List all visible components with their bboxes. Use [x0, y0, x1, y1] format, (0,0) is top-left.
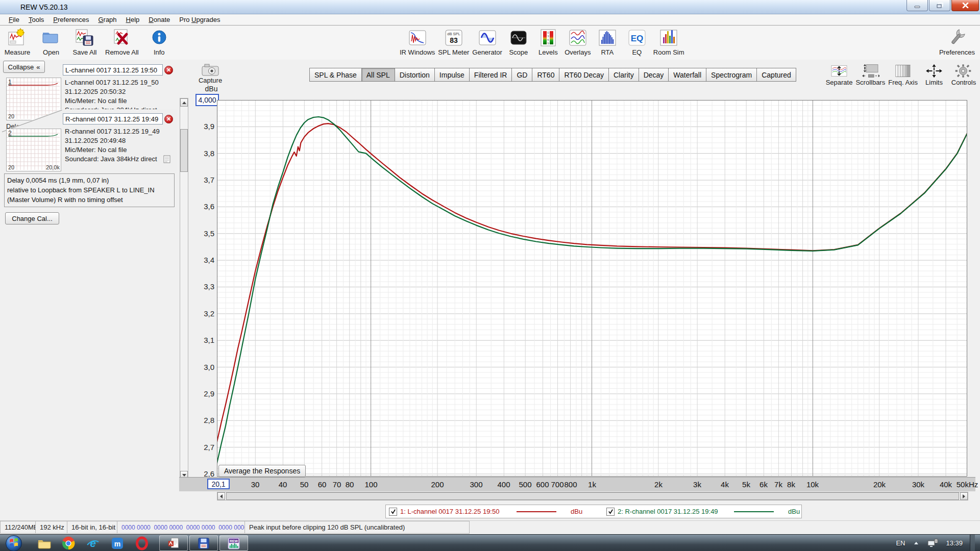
graph-buttons: SeparateScrollbarsFreq. AxisLimitsContro… [826, 63, 977, 86]
network-icon[interactable] [927, 539, 939, 548]
tab-decay[interactable]: Decay [639, 68, 669, 82]
chrome-icon[interactable] [61, 536, 76, 550]
freq-axis-button[interactable]: Freq. Axis [888, 63, 918, 86]
legend-checkbox[interactable] [606, 508, 615, 516]
tab-waterfall[interactable]: Waterfall [669, 68, 706, 82]
menu-item-file[interactable]: File [4, 15, 24, 24]
close-button[interactable] [951, 0, 979, 11]
toolbar-label: Info [154, 48, 165, 56]
menu-item-preferences[interactable]: Preferences [48, 15, 93, 24]
language-indicator[interactable]: EN [896, 539, 905, 547]
spl-chart-plot-area[interactable] [217, 100, 967, 477]
generator-button[interactable]: Generator [472, 27, 502, 56]
tab-rt60[interactable]: RT60 [532, 68, 559, 82]
tab-spl-phase[interactable]: SPL & Phase [309, 68, 362, 82]
room-sim-button[interactable]: Room Sim [653, 27, 684, 56]
rew-app-icon[interactable]: REW [219, 535, 248, 551]
overlays-button[interactable]: Overlays [565, 27, 591, 56]
status-cell-4: 0000 0000 0000 0000 0000 0000 0000 0000 [117, 521, 245, 534]
menu-item-donate[interactable]: Donate [144, 15, 175, 24]
minimize-button[interactable] [906, 0, 928, 11]
y-tick-label: 3,4 [194, 256, 214, 264]
scrollbar-thumb[interactable] [180, 129, 188, 172]
remove-all-button[interactable]: Remove All [105, 27, 139, 56]
eq-button[interactable]: EQEQ [624, 27, 650, 56]
tab-distortion[interactable]: Distortion [395, 68, 435, 82]
y-axis-top-limit-field[interactable]: 4,000 [195, 94, 219, 106]
clock[interactable]: 13:39 [946, 539, 963, 547]
save-all-button[interactable]: Save All [71, 27, 98, 56]
graph-button-label: Freq. Axis [888, 79, 918, 86]
average-responses-button[interactable]: Average the Responses [218, 465, 306, 477]
measurement-1-index[interactable]: 1 [8, 79, 12, 86]
start-button[interactable] [5, 535, 22, 551]
tab-captured[interactable]: Captured [757, 68, 796, 82]
explorer-icon[interactable] [37, 536, 51, 550]
menu-item-help[interactable]: Help [121, 15, 144, 24]
tab-gd[interactable]: GD [512, 68, 532, 82]
x-tick-label: 50 [300, 480, 309, 489]
title-bar[interactable]: REW V5.20.13 [0, 0, 980, 14]
rta-button[interactable]: RTA [594, 27, 621, 56]
separate-button[interactable]: Separate [826, 63, 853, 86]
tab-rt60-decay[interactable]: RT60 Decay [559, 68, 609, 82]
menu-item-pro-upgrades[interactable]: Pro Upgrades [175, 15, 225, 24]
scrollbar-thumb[interactable] [226, 492, 959, 500]
menu-item-tools[interactable]: Tools [24, 15, 48, 24]
measurement-2-index[interactable]: 2 [8, 130, 12, 137]
eq-icon: EQ [626, 27, 648, 48]
controls-button[interactable]: Controls [950, 63, 977, 86]
ir-windows-button[interactable]: IR Windows [400, 27, 435, 56]
legend-checkbox[interactable] [389, 508, 397, 516]
show-desktop-button[interactable] [970, 535, 975, 551]
toolbar-label: Generator [472, 48, 502, 56]
opera-icon[interactable] [135, 536, 149, 550]
maxthon-icon[interactable]: m [110, 536, 125, 550]
spl-meter-button[interactable]: dB SPL83SPL Meter [438, 27, 469, 56]
info-button[interactable]: Info [146, 27, 173, 56]
frequency-response-plot[interactable] [217, 100, 967, 477]
x-axis-left-limit-field[interactable]: 20,1 [207, 479, 230, 489]
capture-button[interactable]: Capture [196, 63, 225, 86]
tab-all-spl[interactable]: All SPL [362, 68, 395, 82]
measurement-2-name-field[interactable] [63, 113, 163, 124]
tab-filtered-ir[interactable]: Filtered IR [470, 68, 512, 82]
scroll-left-arrow[interactable] [217, 492, 225, 500]
menu-item-graph[interactable]: Graph [93, 15, 121, 24]
hidden-icons-chevron[interactable] [912, 540, 920, 547]
measurement-2-close-icon[interactable]: ✕ [164, 115, 173, 123]
measurement-2-thumbnail[interactable]: 2 20 20,0k [6, 129, 61, 171]
chart-horizontal-scrollbar[interactable] [217, 492, 968, 500]
notes-document-icon[interactable] [163, 155, 170, 163]
levels-button[interactable]: 0369Levels [535, 27, 561, 56]
measurement-1-close-icon[interactable]: ✕ [164, 66, 173, 74]
preferences-button[interactable]: Preferences [939, 27, 975, 56]
open-button[interactable]: Open [38, 27, 64, 56]
ie-icon: e [86, 536, 100, 550]
save-app-icon[interactable] [189, 535, 218, 551]
tab-spectrogram[interactable]: Spectrogram [706, 68, 757, 82]
x-tick-label: 100 [364, 480, 377, 489]
document-app-icon[interactable] [159, 535, 188, 551]
y-tick-label: 3,7 [194, 176, 214, 184]
restore-button[interactable] [929, 0, 950, 11]
x-tick-label: 40k [940, 480, 952, 489]
y-tick-label: 2,9 [194, 389, 214, 398]
x-tick-label: 400 [497, 480, 510, 489]
limits-button[interactable]: Limits [921, 63, 947, 86]
legend-entry-2: 2: R-channel 0017 31.12.25 19:49dBu [603, 505, 812, 518]
panel-vertical-scrollbar[interactable] [180, 98, 188, 480]
tab-clarity[interactable]: Clarity [609, 68, 639, 82]
scroll-up-arrow[interactable] [180, 98, 188, 107]
change-cal-button[interactable]: Change Cal... [5, 212, 59, 224]
scrollbars-button[interactable]: Scrollbars [855, 63, 885, 86]
scope-button[interactable]: Scope [505, 27, 532, 56]
scroll-right-arrow[interactable] [960, 492, 968, 500]
graph-button-label: Separate [826, 79, 853, 86]
measurement-1-date: 31.12.2025 20:50:32 [65, 88, 177, 95]
x-tick-label: 70 [333, 480, 341, 489]
measurement-1-name-field[interactable] [63, 64, 163, 76]
tab-impulse[interactable]: Impulse [435, 68, 470, 82]
ie-icon[interactable]: e [86, 536, 100, 550]
measure-button[interactable]: Measure [4, 27, 31, 56]
